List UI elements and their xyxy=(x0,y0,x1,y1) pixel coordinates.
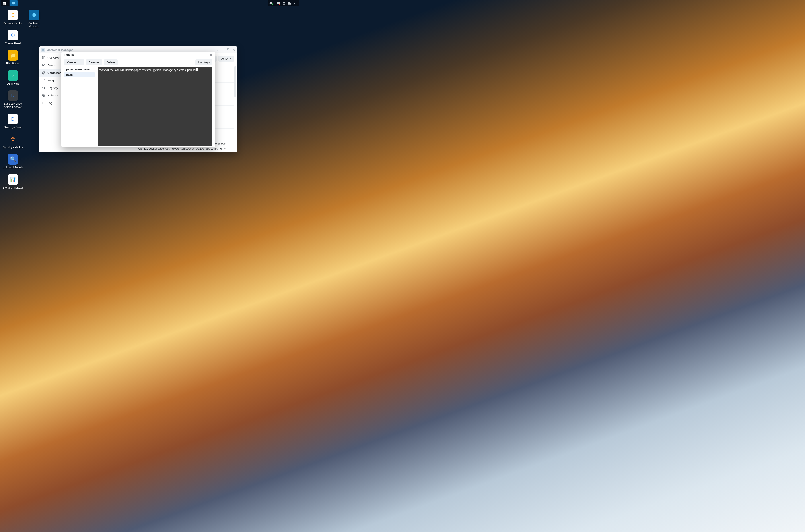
sidebar-item-overview[interactable]: Overview xyxy=(39,54,61,61)
drive-icon: D xyxy=(7,114,18,125)
sidebar-item-label: Overview xyxy=(48,56,59,59)
window-title: Container Manager xyxy=(47,48,73,52)
desktop-icon-container-manager[interactable]: ⬢Container Manager xyxy=(23,8,45,32)
tag-icon xyxy=(42,86,45,90)
tray-notifications[interactable] xyxy=(275,0,281,6)
desktop-icon-storage-analyzer[interactable]: 📊Storage Analyzer xyxy=(2,172,23,192)
rename-button[interactable]: Rename xyxy=(86,59,102,65)
sidebar-item-image[interactable]: Image xyxy=(39,77,61,84)
sidebar-item-log[interactable]: Log xyxy=(39,99,61,107)
create-button[interactable]: Create xyxy=(64,59,79,65)
svg-rect-9 xyxy=(288,3,290,5)
desktop-icon-label: Control Panel xyxy=(5,42,21,45)
terminal-prompt: root@d47ac34a6178:/usr/src/paperless/src… xyxy=(99,69,151,72)
sidebar-item-registry[interactable]: Registry xyxy=(39,84,61,92)
terminal-modal: Terminal ✕ Create Rename Delete Hot Keys… xyxy=(61,52,215,147)
sidebar: OverviewProjectContainerImageRegistryNet… xyxy=(39,53,61,152)
cube-icon xyxy=(42,71,45,75)
desktop-icon-package-center[interactable]: SPackage Center xyxy=(2,8,23,28)
modal-title: Terminal xyxy=(64,54,75,57)
svg-rect-3 xyxy=(5,3,6,5)
svg-rect-14 xyxy=(42,56,43,58)
minimize-button[interactable]: — xyxy=(221,48,224,52)
desktop-icon-drive[interactable]: DSynology Drive xyxy=(2,112,23,132)
svg-marker-12 xyxy=(42,49,44,51)
session-container-name: paperless-ngx-web xyxy=(64,68,95,72)
sidebar-item-label: Container xyxy=(48,71,61,75)
modal-toolbar: Create Rename Delete Hot Keys xyxy=(61,58,215,68)
session-item-bash[interactable]: bash xyxy=(64,72,95,77)
desktop-icon-label: Synology Photos xyxy=(3,146,23,149)
terminal-output[interactable]: root@d47ac34a6178:/usr/src/paperless/src… xyxy=(98,68,213,146)
container-manager-icon: ⬢ xyxy=(29,10,39,20)
desktop-icon-label: Universal Search xyxy=(3,166,23,169)
layers-icon xyxy=(42,63,45,67)
dsm-help-icon: ? xyxy=(7,70,18,81)
hotkeys-button[interactable]: Hot Keys xyxy=(195,59,213,65)
tray-widgets[interactable] xyxy=(287,0,293,6)
svg-rect-0 xyxy=(3,2,5,3)
desktop-icon-label: Container Manager xyxy=(24,22,44,28)
tray-search[interactable] xyxy=(293,0,298,6)
close-button[interactable]: ✕ xyxy=(233,48,235,52)
delete-button[interactable]: Delete xyxy=(104,59,117,65)
search-icon xyxy=(293,1,297,5)
scrollbar[interactable] xyxy=(234,66,236,97)
desktop-icon-photos[interactable]: ✿Synology Photos xyxy=(2,132,23,152)
desktop-icon-universal-search[interactable]: 🔍Universal Search xyxy=(2,152,23,172)
svg-marker-4 xyxy=(12,2,15,5)
svg-rect-8 xyxy=(290,3,291,5)
sidebar-item-container[interactable]: Container xyxy=(39,69,61,77)
tray-health[interactable] xyxy=(269,0,274,6)
taskbar-app-container-manager[interactable] xyxy=(10,0,18,6)
file-station-icon: 📁 xyxy=(7,50,18,61)
svg-point-5 xyxy=(283,2,285,3)
svg-marker-18 xyxy=(42,64,45,65)
modal-titlebar[interactable]: Terminal ✕ xyxy=(61,52,215,58)
main-menu-button[interactable] xyxy=(1,0,9,6)
sidebar-item-label: Log xyxy=(48,101,52,105)
photos-icon: ✿ xyxy=(7,134,18,145)
sidebar-item-label: Project xyxy=(48,64,56,67)
chevron-down-icon xyxy=(79,61,81,63)
desktop-icon-label: Storage Analyzer xyxy=(3,186,23,189)
svg-line-11 xyxy=(296,3,297,4)
desktop-icon-label: Synology Drive Admin Console xyxy=(3,102,23,109)
desktop-icon-dsm-help[interactable]: ?DSM Help xyxy=(2,69,23,89)
storage-analyzer-icon: 📊 xyxy=(7,174,18,185)
modal-close-button[interactable]: ✕ xyxy=(209,53,213,57)
grid-icon xyxy=(3,1,7,5)
window-controls: ? — ✕ xyxy=(217,48,235,52)
help-button[interactable]: ? xyxy=(217,48,218,52)
action-button[interactable]: Action xyxy=(218,56,234,61)
user-icon xyxy=(282,1,286,5)
cloud-icon xyxy=(42,79,45,82)
terminal-command: python3 manage.py createsuperuser xyxy=(153,69,196,72)
svg-rect-7 xyxy=(290,2,291,2)
svg-rect-6 xyxy=(288,2,290,3)
svg-rect-16 xyxy=(44,58,45,59)
create-dropdown-button[interactable] xyxy=(79,59,84,65)
desktop-icon-label: Synology Drive xyxy=(4,126,22,129)
desktop-icon-label: Package Center xyxy=(3,22,22,25)
sidebar-item-network[interactable]: Network xyxy=(39,92,61,99)
dashboard-icon xyxy=(288,1,292,5)
modal-body: paperless-ngx-web bash root@d47ac34a6178… xyxy=(61,68,215,147)
hexagon-icon xyxy=(42,49,44,51)
svg-rect-2 xyxy=(3,3,5,5)
desktop-icon-file-station[interactable]: 📁File Station xyxy=(2,48,23,69)
drive-admin-icon: D xyxy=(7,90,18,101)
svg-rect-13 xyxy=(227,49,229,50)
terminal-sessions: paperless-ngx-web bash xyxy=(64,68,95,146)
status-ok-dot xyxy=(272,3,273,5)
sidebar-item-project[interactable]: Project xyxy=(39,61,61,69)
svg-point-19 xyxy=(43,87,43,88)
desktop-icon-drive-admin[interactable]: DSynology Drive Admin Console xyxy=(2,89,23,112)
maximize-button[interactable] xyxy=(227,48,230,52)
desktop-icon-control-panel[interactable]: ⚙Control Panel xyxy=(2,28,23,48)
svg-rect-1 xyxy=(5,2,6,3)
sidebar-item-label: Image xyxy=(48,79,55,82)
system-tray xyxy=(268,0,299,6)
tray-user[interactable] xyxy=(281,0,287,6)
terminal-cursor xyxy=(196,69,198,72)
